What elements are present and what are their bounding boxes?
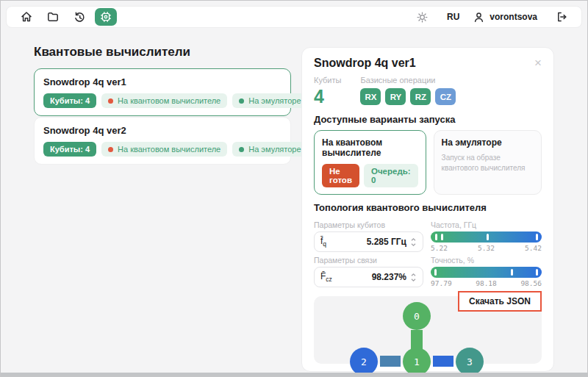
top-navbar: RU vorontsova (6, 6, 582, 28)
qubit-params-label: Параметры кубитов (314, 220, 423, 229)
scale-min: 5.22 (431, 244, 448, 252)
launch-option-badges: Не готов Очередь: 0 (322, 164, 418, 187)
field-value: 98.237% (372, 272, 406, 282)
nav-right-group: RU vorontsova (412, 8, 573, 26)
slider-marker (441, 234, 443, 240)
ops-chips: RX RY RZ CZ (360, 88, 456, 105)
home-icon (20, 10, 33, 24)
computer-name: Snowdrop 4q ver1 (43, 76, 282, 87)
close-icon[interactable]: × (534, 57, 542, 69)
accuracy-slider[interactable] (431, 267, 542, 278)
op-chip-ry: RY (385, 88, 406, 105)
folder-icon (46, 10, 60, 24)
language-switcher[interactable]: RU (447, 12, 459, 22)
launch-options: На квантовом вычислителе Не готов Очеред… (314, 130, 542, 195)
window-bottom-edge (1, 373, 587, 376)
slider-marker (511, 269, 513, 276)
qubit-node-2: 2 (350, 348, 378, 376)
link-params-col: Параметры связи F̄cz 98.237% (314, 252, 423, 287)
edge-0-1 (411, 330, 423, 349)
launch-option-emulator[interactable]: На эмуляторе Запуск на образе квантового… (434, 130, 542, 195)
sun-icon (416, 11, 429, 24)
frequency-slider[interactable] (431, 231, 542, 243)
field-symbol: F̄cz (320, 271, 332, 283)
detail-header: Snowdrop 4q ver1 × (314, 57, 542, 70)
username: vorontsova (490, 12, 537, 22)
qubit-frequency-field[interactable]: f̄q 5.285 ГГц (314, 231, 423, 252)
qubits-block: Кубиты 4 (314, 76, 341, 107)
computer-card-ver2[interactable]: Snowdrop 4q ver2 Кубиты: 4 На квантовом … (34, 117, 291, 165)
topology-canvas: Скачать JSON 0 1 2 3 (314, 296, 542, 364)
page-title: Квантовые вычислители (34, 45, 190, 60)
topology-params: Параметры кубитов f̄q 5.285 ГГц Частота,… (314, 217, 542, 287)
launch-option-title: На эмуляторе (442, 137, 534, 148)
status-dot-green (239, 98, 244, 104)
qubits-badge: Кубиты: 4 (43, 142, 96, 157)
detail-title: Snowdrop 4q ver1 (314, 57, 416, 70)
status-badge-emulator: На эмуляторе (232, 142, 307, 157)
op-chip-rx: RX (360, 88, 381, 105)
scale-mid: 98.18 (476, 279, 497, 287)
status-label: На квантовом вычислителе (118, 145, 220, 154)
field-symbol: f̄q (320, 236, 326, 248)
projects-button[interactable] (42, 8, 64, 26)
launch-option-quantum[interactable]: На квантовом вычислителе Не готов Очеред… (314, 130, 426, 195)
user-icon (473, 11, 485, 24)
ops-label: Базисные операции (360, 76, 456, 85)
frequency-slider-col: Частота, ГГц 5.22 5.32 5.42 (431, 217, 542, 252)
chip-icon (99, 10, 112, 24)
slider-marker (434, 269, 437, 276)
scale-max: 5.42 (525, 244, 542, 252)
quantum-computers-button[interactable] (95, 8, 117, 26)
meta-row: Кубиты 4 Базисные операции RX RY RZ CZ (314, 76, 542, 107)
slider-marker (536, 234, 538, 240)
qubits-badge: Кубиты: 4 (43, 93, 96, 108)
user-menu[interactable]: vorontsova (473, 11, 537, 24)
status-label: На квантовом вычислителе (118, 96, 220, 105)
status-label: На эмуляторе (248, 96, 301, 105)
qubit-node-3: 3 (456, 348, 484, 376)
status-label: На эмуляторе (248, 145, 301, 154)
status-dot-red (108, 98, 113, 104)
launch-option-desc: Запуск на образе квантового вычислителя (442, 153, 534, 173)
status-badge-quantum: На квантовом вычислителе (101, 93, 227, 108)
status-badge-emulator: На эмуляторе (232, 93, 307, 108)
status-dot-green (239, 147, 244, 152)
history-icon (73, 10, 86, 24)
frequency-label: Частота, ГГц (431, 220, 542, 229)
edge-1-3 (433, 356, 453, 367)
status-badge-quantum: На квантовом вычислителе (101, 142, 227, 157)
download-json-button[interactable]: Скачать JSON (458, 291, 542, 312)
home-button[interactable] (15, 8, 37, 26)
not-ready-badge: Не готов (322, 164, 359, 187)
scale-min: 97.79 (431, 279, 452, 287)
scale-max: 98.56 (520, 279, 542, 287)
stepper-icon[interactable] (410, 272, 417, 283)
stepper-icon[interactable] (410, 237, 417, 248)
launch-option-title: На квантовом вычислителе (322, 137, 418, 158)
slider-marker (536, 269, 538, 276)
topology-section-title: Топология квантового вычислителя (314, 202, 542, 213)
link-fidelity-field[interactable]: F̄cz 98.237% (314, 267, 423, 287)
logout-button[interactable] (551, 8, 573, 26)
edge-2-1 (380, 356, 401, 367)
ops-block: Базисные операции RX RY RZ CZ (360, 76, 456, 107)
qubits-label: Кубиты (314, 76, 341, 85)
history-button[interactable] (68, 8, 90, 26)
computer-name: Snowdrop 4q ver2 (43, 125, 282, 136)
accuracy-slider-col: Точность, % 97.79 98.18 98.56 (431, 252, 542, 287)
accuracy-label: Точность, % (431, 256, 542, 265)
detail-panel: Snowdrop 4q ver1 × Кубиты 4 Базисные опе… (301, 47, 554, 372)
qubit-params-col: Параметры кубитов f̄q 5.285 ГГц (314, 217, 423, 252)
op-chip-cz: CZ (435, 88, 456, 105)
theme-toggle[interactable] (412, 8, 434, 26)
link-params-label: Параметры связи (314, 256, 423, 265)
queue-badge: Очередь: 0 (364, 164, 418, 187)
slider-marker (487, 234, 489, 240)
qubit-node-0: 0 (403, 302, 431, 330)
qubits-value: 4 (314, 86, 341, 107)
qubit-node-1: 1 (403, 348, 431, 376)
badge-row: Кубиты: 4 На квантовом вычислителе На эм… (43, 93, 282, 108)
computer-card-ver1[interactable]: Snowdrop 4q ver1 Кубиты: 4 На квантовом … (34, 68, 291, 116)
slider-marker (435, 234, 437, 240)
